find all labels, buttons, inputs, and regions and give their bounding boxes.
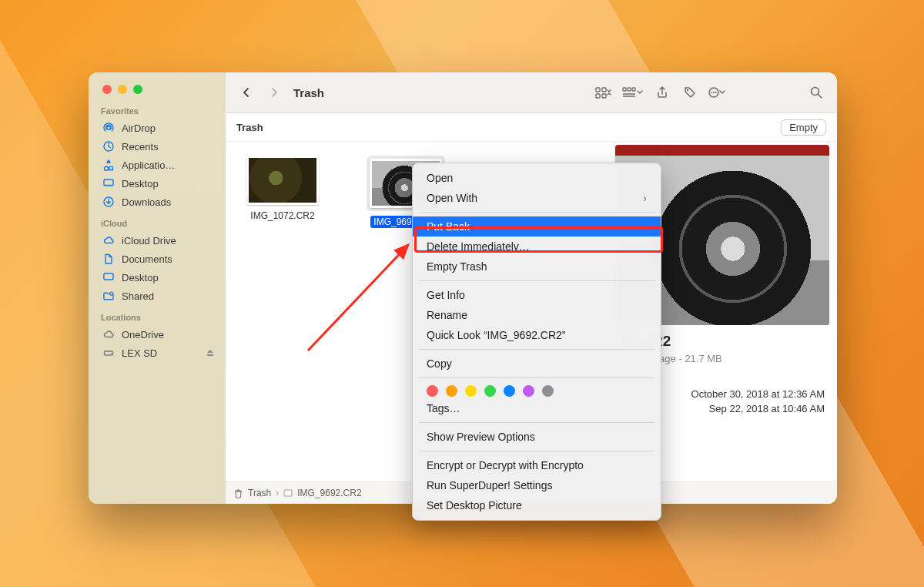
tag-orange[interactable] — [446, 385, 457, 397]
sidebar-item-applications[interactable]: Applicatio… — [101, 156, 218, 174]
toolbar: Trash — [226, 72, 837, 113]
action-menu-button[interactable] — [708, 82, 728, 103]
svg-rect-14 — [628, 88, 631, 91]
desktop-icon — [102, 177, 115, 190]
tag-gray[interactable] — [542, 385, 554, 397]
svg-rect-22 — [284, 490, 292, 496]
svg-rect-10 — [602, 88, 606, 92]
menu-separator — [419, 349, 654, 350]
menu-item-set-desktop-picture[interactable]: Set Desktop Picture — [413, 495, 661, 515]
menu-item-quick-look[interactable]: Quick Look “IMG_9692.CR2” — [413, 325, 661, 345]
sidebar-item-recents[interactable]: Recents — [101, 137, 218, 156]
close-window-button[interactable] — [102, 85, 112, 94]
search-button[interactable] — [806, 82, 826, 103]
sidebar-item-label: Applicatio… — [122, 159, 218, 171]
menu-item-rename[interactable]: Rename — [413, 305, 661, 325]
file-icon — [283, 488, 293, 498]
sidebar-item-icloud-drive[interactable]: iCloud Drive — [101, 231, 218, 250]
forward-button[interactable] — [264, 82, 284, 103]
eject-icon[interactable] — [206, 348, 215, 357]
menu-item-get-info[interactable]: Get Info — [413, 285, 661, 305]
sidebar-item-documents[interactable]: Documents — [101, 250, 218, 268]
sidebar-item-lex-sd[interactable]: LEX SD — [101, 344, 218, 362]
sidebar-item-label: AirDrop — [122, 122, 218, 134]
chevron-right-icon: › — [643, 192, 647, 204]
sidebar-item-label: iCloud Drive — [122, 235, 218, 247]
sidebar-item-label: Documents — [122, 253, 218, 265]
chevron-right-icon: › — [276, 488, 279, 498]
sidebar-item-shared[interactable]: Shared — [101, 287, 218, 305]
desktop-icon — [102, 271, 115, 283]
sidebar-item-downloads[interactable]: Downloads — [101, 193, 218, 211]
sidebar-item-label: Shared — [122, 290, 218, 302]
sidebar-item-desktop-icloud[interactable]: Desktop — [101, 268, 218, 287]
location-bar: Trash Empty — [226, 113, 837, 142]
path-segment[interactable]: Trash — [248, 488, 271, 498]
menu-item-show-preview-options[interactable]: Show Preview Options — [413, 427, 661, 447]
tag-yellow[interactable] — [465, 385, 477, 397]
menu-item-tags[interactable]: Tags… — [413, 398, 661, 418]
menu-item-open-with[interactable]: Open With› — [413, 188, 661, 208]
empty-trash-button[interactable]: Empty — [781, 119, 826, 136]
menu-tag-colors — [413, 382, 661, 398]
cloud-icon — [102, 234, 115, 247]
location-title: Trash — [236, 122, 263, 133]
tag-purple[interactable] — [523, 385, 534, 397]
svg-rect-13 — [623, 88, 626, 91]
menu-item-empty-trash[interactable]: Empty Trash — [413, 257, 661, 277]
sidebar-item-label: Desktop — [122, 178, 218, 190]
menu-item-superduper[interactable]: Run SuperDuper! Settings — [413, 475, 661, 495]
tag-green[interactable] — [484, 385, 496, 397]
svg-point-19 — [713, 92, 715, 93]
file-item[interactable]: IMG_1072.CR2 — [236, 156, 329, 222]
sidebar-item-desktop[interactable]: Desktop — [101, 174, 218, 193]
path-segment[interactable]: IMG_9692.CR2 — [297, 488, 361, 498]
group-button[interactable] — [621, 82, 644, 103]
disk-icon — [102, 347, 115, 359]
menu-item-open[interactable]: Open — [413, 168, 661, 188]
sidebar: Favorites AirDrop Recents Applicatio… De… — [89, 72, 226, 504]
view-icons-button[interactable] — [594, 82, 614, 103]
menu-separator — [419, 377, 654, 378]
svg-point-0 — [107, 126, 110, 129]
sidebar-item-label: Downloads — [122, 196, 218, 208]
file-name-label: IMG_1072.CR2 — [247, 210, 317, 222]
tag-blue[interactable] — [504, 385, 515, 397]
svg-rect-9 — [596, 88, 600, 92]
svg-point-8 — [111, 353, 112, 354]
sidebar-section-locations: Locations — [101, 313, 226, 322]
sidebar-item-airdrop[interactable]: AirDrop — [101, 119, 218, 137]
sidebar-section-icloud: iCloud — [101, 219, 226, 228]
menu-separator — [419, 422, 654, 423]
sidebar-item-label: Desktop — [122, 272, 218, 283]
menu-separator — [419, 280, 654, 281]
svg-rect-5 — [104, 273, 113, 280]
cloud-icon — [102, 328, 115, 340]
zoom-window-button[interactable] — [133, 85, 142, 94]
context-menu: Open Open With› Put Back Delete Immediat… — [412, 163, 661, 521]
svg-point-20 — [715, 92, 716, 93]
svg-point-6 — [110, 292, 113, 295]
menu-item-put-back[interactable]: Put Back — [413, 216, 661, 236]
svg-rect-12 — [602, 94, 606, 98]
svg-rect-15 — [632, 88, 635, 91]
menu-item-delete-immediately[interactable]: Delete Immediately… — [413, 236, 661, 257]
menu-item-copy[interactable]: Copy — [413, 354, 661, 374]
trash-icon — [233, 488, 243, 498]
svg-rect-3 — [104, 184, 113, 186]
sidebar-item-label: Recents — [122, 141, 218, 153]
menu-separator — [419, 451, 654, 451]
svg-point-16 — [686, 89, 688, 91]
menu-separator — [419, 212, 654, 213]
sidebar-item-onedrive[interactable]: OneDrive — [101, 325, 218, 344]
minimize-window-button[interactable] — [118, 85, 127, 94]
window-title: Trash — [293, 86, 324, 99]
menu-item-encrypto[interactable]: Encrypt or Decrypt with Encrypto — [413, 455, 661, 475]
back-button[interactable] — [236, 82, 256, 103]
share-button[interactable] — [652, 82, 672, 103]
svg-rect-11 — [596, 94, 600, 98]
tag-red[interactable] — [427, 385, 438, 397]
tags-button[interactable] — [680, 82, 700, 103]
sidebar-item-label: LEX SD — [122, 347, 199, 359]
window-controls — [102, 85, 226, 94]
